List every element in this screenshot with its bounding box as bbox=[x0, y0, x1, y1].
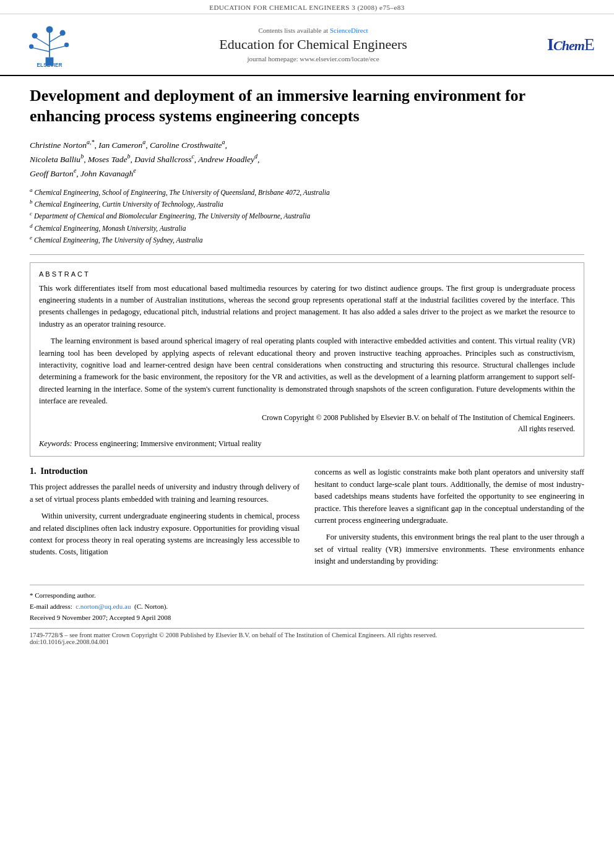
affiliation-a: a Chemical Engineering, School of Engine… bbox=[30, 186, 584, 198]
ichem-i: I bbox=[547, 35, 553, 54]
author-sup-3: a bbox=[222, 139, 225, 145]
body-two-col: 1. Introduction This project addresses t… bbox=[30, 466, 584, 572]
author-sup-8: e bbox=[74, 167, 76, 174]
author-sup-7: d bbox=[254, 153, 257, 160]
affil-marker-a: a bbox=[30, 187, 33, 193]
article-title: Development and deployment of an immersi… bbox=[30, 86, 584, 126]
author-sup-5: b bbox=[128, 153, 131, 160]
abstract-heading: ABSTRACT bbox=[39, 270, 575, 278]
abstract-para-2: The learning environment is based around… bbox=[39, 335, 575, 407]
body-text-left: This project addresses the parallel need… bbox=[30, 481, 300, 558]
author-sup-4: b bbox=[80, 153, 84, 160]
body-right-para-2: For university students, this environmen… bbox=[314, 531, 584, 567]
svg-line-4 bbox=[32, 48, 50, 51]
affil-marker-e: e bbox=[30, 234, 32, 241]
abstract-text: This work differentiates itself from mos… bbox=[39, 283, 575, 435]
top-bar: EDUCATION FOR CHEMICAL ENGINEERS 3 (2008… bbox=[0, 0, 614, 14]
affil-marker-b: b bbox=[30, 199, 33, 205]
affiliation-c: c Department of Chemical and Biomolecula… bbox=[30, 210, 584, 221]
footnote-received: Received 9 November 2007; Accepted 9 Apr… bbox=[30, 612, 584, 624]
contents-link: Contents lists available at ScienceDirec… bbox=[258, 27, 368, 34]
elsevier-logo-icon: ELSEVIER bbox=[19, 20, 80, 69]
svg-text:ELSEVIER: ELSEVIER bbox=[37, 62, 63, 68]
footnote-email-line: E-mail address: c.norton@uq.edu.au (C. N… bbox=[30, 601, 584, 612]
footer-issn: 1749-7728/$ – see front matter Crown Cop… bbox=[30, 632, 584, 638]
footnote-email-name: (C. Norton). bbox=[134, 603, 168, 610]
col-left: 1. Introduction This project addresses t… bbox=[30, 466, 300, 572]
journal-title: Education for Chemical Engineers bbox=[219, 37, 407, 53]
affil-marker-d: d bbox=[30, 223, 33, 229]
affiliations: a Chemical Engineering, School of Engine… bbox=[30, 186, 584, 245]
abstract-copyright: Crown Copyright © 2008 Published by Else… bbox=[39, 412, 575, 434]
ichem-chem: Chem bbox=[553, 38, 584, 53]
authors-line: Christine Nortona,*, Ian Camerona, Carol… bbox=[30, 137, 584, 180]
section1-title: Introduction bbox=[41, 466, 88, 476]
header-left: ELSEVIER bbox=[12, 20, 87, 69]
journal-homepage: journal homepage: www.elsevier.com/locat… bbox=[247, 55, 379, 62]
header-area: ELSEVIER Contents lists available at Sci… bbox=[0, 14, 614, 76]
footnote-email-label: E-mail address: bbox=[30, 603, 72, 610]
author-sup-9: e bbox=[133, 167, 136, 174]
divider-1 bbox=[30, 254, 584, 255]
ichem-logo-icon: IChemE bbox=[547, 35, 594, 54]
keywords-line: Keywords: Process engineering; Immersive… bbox=[39, 439, 575, 449]
body-text-right: concerns as well as logistic constraints… bbox=[314, 466, 584, 567]
footnote-corresponding: * Corresponding author. bbox=[30, 590, 584, 601]
section1-number: 1. bbox=[30, 466, 37, 476]
affiliation-b: b Chemical Engineering, Curtin Universit… bbox=[30, 198, 584, 210]
contents-label: Contents lists available at bbox=[258, 27, 328, 34]
body-left-para-2: Within university, current undergraduate… bbox=[30, 510, 300, 559]
svg-line-3 bbox=[50, 35, 62, 42]
header-right: IChemE bbox=[540, 20, 602, 69]
svg-line-5 bbox=[50, 46, 66, 49]
affiliation-e: e Chemical Engineering, The University o… bbox=[30, 234, 584, 246]
page: EDUCATION FOR CHEMICAL ENGINEERS 3 (2008… bbox=[0, 0, 614, 868]
section1-heading: 1. Introduction bbox=[30, 466, 300, 476]
keywords-text: Process engineering; Immersive environme… bbox=[74, 439, 262, 448]
journal-citation: EDUCATION FOR CHEMICAL ENGINEERS 3 (2008… bbox=[209, 4, 405, 11]
keywords-label: Keywords: bbox=[39, 439, 72, 448]
col-right: concerns as well as logistic constraints… bbox=[314, 466, 584, 572]
header-center: Contents lists available at ScienceDirec… bbox=[87, 20, 540, 69]
affil-marker-c: c bbox=[30, 210, 32, 217]
body-right-para-1: concerns as well as logistic constraints… bbox=[314, 466, 584, 526]
svg-point-7 bbox=[32, 33, 38, 38]
main-content: Development and deployment of an immersi… bbox=[0, 76, 614, 658]
footnote-area: * Corresponding author. E-mail address: … bbox=[30, 585, 584, 623]
ichem-e: E bbox=[584, 35, 594, 54]
svg-point-9 bbox=[29, 45, 33, 49]
author-sup-6: c bbox=[191, 153, 194, 160]
affiliation-d: d Chemical Engineering, Monash Universit… bbox=[30, 222, 584, 234]
homepage-label: journal homepage: www.elsevier.com/locat… bbox=[247, 55, 379, 62]
svg-line-2 bbox=[35, 38, 50, 46]
abstract-section: ABSTRACT This work differentiates itself… bbox=[30, 262, 584, 457]
sciencedirect-link[interactable]: ScienceDirect bbox=[330, 27, 368, 34]
svg-point-8 bbox=[60, 30, 66, 36]
author-sup-1: a,* bbox=[87, 139, 95, 145]
author-sup-2: a bbox=[142, 139, 145, 145]
footer-doi: doi:10.1016/j.ece.2008.04.001 bbox=[30, 638, 584, 645]
abstract-para-1: This work differentiates itself from mos… bbox=[39, 283, 575, 331]
page-footer: 1749-7728/$ – see front matter Crown Cop… bbox=[30, 628, 584, 645]
svg-point-10 bbox=[64, 43, 69, 47]
footnote-email-link[interactable]: c.norton@uq.edu.au bbox=[76, 603, 131, 610]
svg-point-6 bbox=[46, 26, 53, 33]
body-left-para-1: This project addresses the parallel need… bbox=[30, 481, 300, 505]
